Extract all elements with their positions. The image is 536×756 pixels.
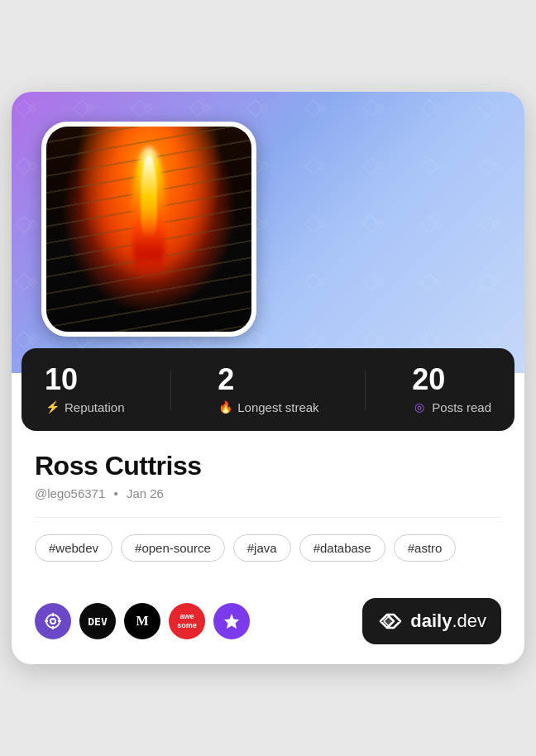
tags-container: #webdev #open-source #java #database #as…: [35, 534, 501, 562]
daily-word: daily: [410, 610, 452, 632]
posts-value: 20: [412, 365, 491, 395]
profile-card: 10 ⚡ Reputation 2 🔥 Longest streak 20 ◎ …: [12, 92, 524, 664]
social-icons: DEV M awesome: [35, 603, 250, 639]
reputation-stat: 10 ⚡ Reputation: [45, 365, 125, 414]
posts-label: ◎ Posts read: [412, 400, 491, 414]
card-footer: DEV M awesome daily.dev: [12, 598, 524, 664]
username: @lego56371: [35, 486, 105, 500]
join-date: Jan 26: [127, 486, 164, 500]
stats-bar: 10 ⚡ Reputation 2 🔥 Longest streak 20 ◎ …: [22, 348, 514, 431]
profile-content: Ross Cuttriss @lego56371 • Jan 26 #webde…: [12, 431, 524, 598]
streak-value: 2: [218, 365, 318, 395]
bolt-icon: ⚡: [45, 400, 60, 414]
tag-java[interactable]: #java: [233, 534, 291, 562]
svg-point-1: [46, 615, 60, 628]
devto-social-icon[interactable]: DEV: [79, 603, 116, 639]
medium-social-icon[interactable]: M: [124, 603, 160, 639]
daily-dev-text: daily.dev: [410, 610, 486, 632]
daily-dev-branding: daily.dev: [362, 598, 501, 644]
streak-stat: 2 🔥 Longest streak: [218, 365, 318, 414]
reputation-label: ⚡ Reputation: [45, 400, 125, 414]
streak-label: 🔥 Longest streak: [218, 400, 318, 414]
separator: •: [113, 486, 121, 500]
tag-open-source[interactable]: #open-source: [121, 534, 225, 562]
dev-word: .dev: [452, 610, 486, 632]
posts-stat: 20 ◎ Posts read: [412, 365, 491, 414]
stat-divider-2: [365, 369, 366, 410]
fire-icon: 🔥: [218, 400, 232, 414]
tag-astro[interactable]: #astro: [394, 534, 457, 562]
svg-point-2: [50, 619, 55, 624]
daily-dev-icon: [377, 608, 404, 634]
avatar: [41, 122, 256, 337]
circle-icon: ◎: [412, 400, 427, 414]
astro-social-icon[interactable]: [213, 603, 250, 639]
awesome-social-icon[interactable]: awesome: [169, 603, 205, 639]
tag-database[interactable]: #database: [299, 534, 385, 562]
crosshair-social-icon[interactable]: [35, 603, 71, 639]
tag-webdev[interactable]: #webdev: [35, 534, 112, 562]
profile-name: Ross Cuttriss: [35, 451, 501, 481]
profile-banner: [12, 92, 524, 373]
profile-divider: [35, 517, 501, 518]
profile-meta: @lego56371 • Jan 26: [35, 486, 501, 500]
reputation-value: 10: [45, 365, 125, 395]
stat-divider-1: [170, 369, 171, 410]
